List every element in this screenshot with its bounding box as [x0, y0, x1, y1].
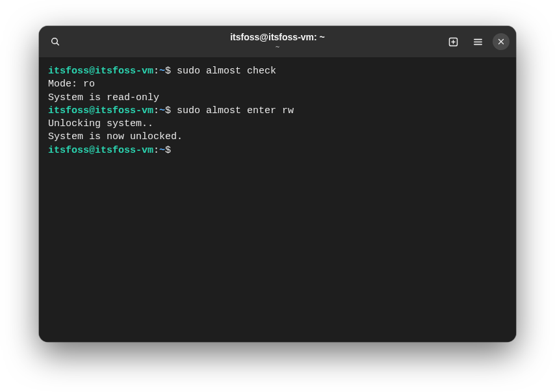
prompt-line: itsfoss@itsfoss-vm:~$	[48, 144, 507, 157]
output-line: System is read-only	[48, 92, 507, 105]
search-icon	[50, 36, 60, 47]
command-text: sudo almost check	[171, 66, 276, 77]
titlebar: itsfoss@itsfoss-vm: ~ ~	[39, 26, 516, 57]
hamburger-icon	[472, 36, 484, 47]
titlebar-center: itsfoss@itsfoss-vm: ~ ~	[142, 33, 413, 50]
output-line: Mode: ro	[48, 78, 507, 91]
prompt-line: itsfoss@itsfoss-vm:~$ sudo almost check	[48, 65, 507, 78]
prompt-user-host: itsfoss@itsfoss-vm	[48, 145, 153, 156]
close-button[interactable]	[493, 33, 510, 50]
output-text: System is read-only	[48, 92, 159, 103]
titlebar-right	[419, 32, 510, 51]
prompt-separator: :	[153, 66, 159, 77]
output-text: System is now unlocked.	[48, 131, 183, 142]
prompt-path: ~	[159, 66, 165, 77]
prompt-user-host: itsfoss@itsfoss-vm	[48, 66, 153, 77]
prompt-line: itsfoss@itsfoss-vm:~$ sudo almost enter …	[48, 105, 507, 118]
prompt-symbol: $	[165, 66, 171, 77]
prompt-path: ~	[159, 145, 165, 156]
new-tab-icon	[448, 36, 459, 47]
window-title: itsfoss@itsfoss-vm: ~	[230, 33, 325, 42]
terminal-body[interactable]: itsfoss@itsfoss-vm:~$ sudo almost checkM…	[39, 57, 516, 342]
new-tab-button[interactable]	[443, 32, 463, 51]
prompt-separator: :	[153, 145, 159, 156]
titlebar-left	[45, 32, 136, 51]
output-text: Unlocking system..	[48, 118, 153, 129]
output-line: System is now unlocked.	[48, 131, 507, 144]
command-text: sudo almost enter rw	[171, 105, 294, 116]
prompt-user-host: itsfoss@itsfoss-vm	[48, 105, 153, 116]
command-text	[171, 145, 177, 156]
prompt-symbol: $	[165, 105, 171, 116]
menu-button[interactable]	[468, 32, 487, 51]
output-text: Mode: ro	[48, 79, 95, 90]
close-icon	[497, 38, 505, 46]
prompt-symbol: $	[165, 145, 171, 156]
terminal-window: itsfoss@itsfoss-vm: ~ ~	[39, 26, 516, 342]
prompt-separator: :	[153, 105, 159, 116]
search-button[interactable]	[45, 32, 65, 51]
window-subtitle: ~	[276, 44, 279, 51]
prompt-path: ~	[159, 105, 165, 116]
svg-line-1	[57, 43, 58, 45]
output-line: Unlocking system..	[48, 118, 507, 131]
